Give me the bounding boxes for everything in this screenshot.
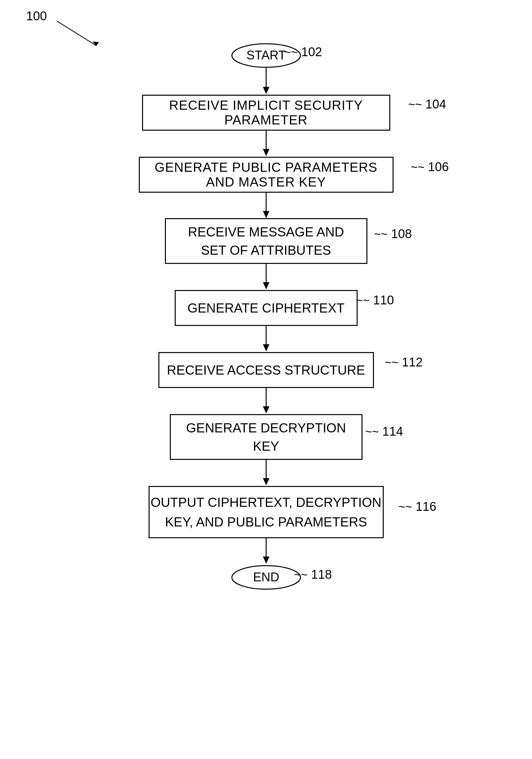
box-116: OUTPUT CIPHERTEXT, DECRYPTION KEY, AND P… (148, 486, 384, 538)
flowchart-diagram: 100 START ~~ 102 RECEIVE IMPLICIT SECURI… (0, 0, 532, 759)
svg-marker-13 (263, 344, 269, 351)
svg-marker-7 (263, 149, 269, 156)
svg-marker-9 (263, 211, 269, 218)
box-112: RECEIVE ACCESS STRUCTURE (158, 352, 374, 388)
ref-110: ~~ 110 (356, 293, 394, 307)
arrow-7 (260, 459, 273, 487)
ref-108: ~~ 108 (374, 227, 412, 241)
svg-marker-5 (263, 87, 269, 94)
ref-114: ~~ 114 (365, 424, 403, 439)
arrow-1 (260, 68, 273, 96)
svg-marker-17 (263, 478, 269, 485)
ref-112: ~~ 112 (385, 355, 423, 369)
arrow-6 (260, 387, 273, 415)
box-108: RECEIVE MESSAGE AND SET OF ATTRIBUTES (165, 218, 367, 264)
arrow-2 (260, 130, 273, 158)
diagram-label-100: 100 (26, 9, 47, 23)
ref-118: ~~ 118 (294, 568, 332, 582)
ref-102: ~~ 102 (284, 45, 322, 59)
box-106: GENERATE PUBLIC PARAMETERS AND MASTER KE… (139, 157, 393, 193)
arrow-4 (260, 263, 273, 291)
ref-116: ~~ 116 (398, 500, 436, 514)
svg-marker-19 (263, 556, 269, 564)
box-110: GENERATE CIPHERTEXT (175, 290, 358, 326)
box-114: GENERATE DECRYPTION KEY (170, 414, 362, 460)
arrow-3 (260, 192, 273, 220)
label-arrow (51, 18, 116, 51)
ref-104: ~~ 104 (408, 97, 446, 111)
svg-marker-15 (263, 406, 269, 414)
ref-106: ~~ 106 (411, 160, 449, 174)
svg-text:START: START (246, 48, 286, 62)
end-node: END (230, 564, 302, 590)
box-104: RECEIVE IMPLICIT SECURITY PARAMETER (142, 95, 390, 131)
arrow-8 (260, 538, 273, 565)
arrow-5 (260, 325, 273, 353)
svg-marker-11 (263, 282, 269, 289)
svg-line-0 (57, 21, 96, 46)
svg-text:END: END (253, 570, 279, 584)
